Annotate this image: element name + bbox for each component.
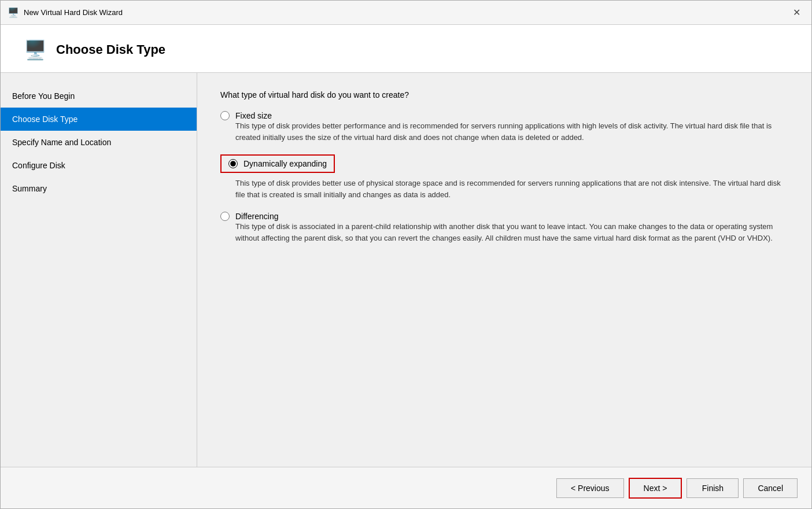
fixed-size-option-row: Fixed size xyxy=(220,111,788,120)
title-bar: 🖥️ New Virtual Hard Disk Wizard ✕ xyxy=(1,1,811,25)
page-title: Choose Disk Type xyxy=(56,42,165,57)
dynamic-label[interactable]: Dynamically expanding xyxy=(243,159,327,168)
next-button[interactable]: Next > xyxy=(629,478,682,499)
cancel-button[interactable]: Cancel xyxy=(743,478,798,498)
question-text: What type of virtual hard disk do you wa… xyxy=(220,90,788,99)
window-title: New Virtual Hard Disk Wizard xyxy=(24,8,123,17)
sidebar-item-summary[interactable]: Summary xyxy=(1,177,197,200)
window-icon: 🖥️ xyxy=(8,7,19,19)
header-icon: 🖥️ xyxy=(24,39,47,61)
differencing-radio[interactable] xyxy=(220,212,230,221)
fixed-size-description: This type of disk provides better perfor… xyxy=(235,120,788,143)
main-content: What type of virtual hard disk do you wa… xyxy=(197,73,811,467)
previous-button[interactable]: < Previous xyxy=(556,478,624,498)
sidebar-item-choose-disk-type[interactable]: Choose Disk Type xyxy=(1,108,197,131)
footer-section: < Previous Next > Finish Cancel xyxy=(1,467,811,508)
wizard-window: 🖥️ New Virtual Hard Disk Wizard ✕ 🖥️ Cho… xyxy=(0,0,812,509)
title-bar-left: 🖥️ New Virtual Hard Disk Wizard xyxy=(8,7,123,19)
fixed-size-label[interactable]: Fixed size xyxy=(235,111,272,120)
sidebar-item-specify-name[interactable]: Specify Name and Location xyxy=(1,131,197,154)
differencing-option-row: Differencing xyxy=(220,212,788,221)
dynamic-selected-box: Dynamically expanding xyxy=(220,154,335,173)
differencing-description: This type of disk is associated in a par… xyxy=(235,221,788,244)
dynamic-description: This type of disk provides better use of… xyxy=(235,178,788,200)
close-button[interactable]: ✕ xyxy=(788,5,804,21)
dynamic-option-group: Dynamically expanding This type of disk … xyxy=(220,154,788,200)
sidebar: Before You Begin Choose Disk Type Specif… xyxy=(1,73,197,467)
differencing-option-group: Differencing This type of disk is associ… xyxy=(220,212,788,244)
differencing-label[interactable]: Differencing xyxy=(235,212,278,221)
header-section: 🖥️ Choose Disk Type xyxy=(1,25,811,73)
dynamic-radio[interactable] xyxy=(228,159,238,168)
sidebar-item-before-you-begin[interactable]: Before You Begin xyxy=(1,84,197,108)
content-area: Before You Begin Choose Disk Type Specif… xyxy=(1,73,811,467)
fixed-size-option-group: Fixed size This type of disk provides be… xyxy=(220,111,788,143)
sidebar-item-configure-disk[interactable]: Configure Disk xyxy=(1,154,197,177)
fixed-size-radio[interactable] xyxy=(220,111,230,120)
finish-button[interactable]: Finish xyxy=(686,478,739,498)
